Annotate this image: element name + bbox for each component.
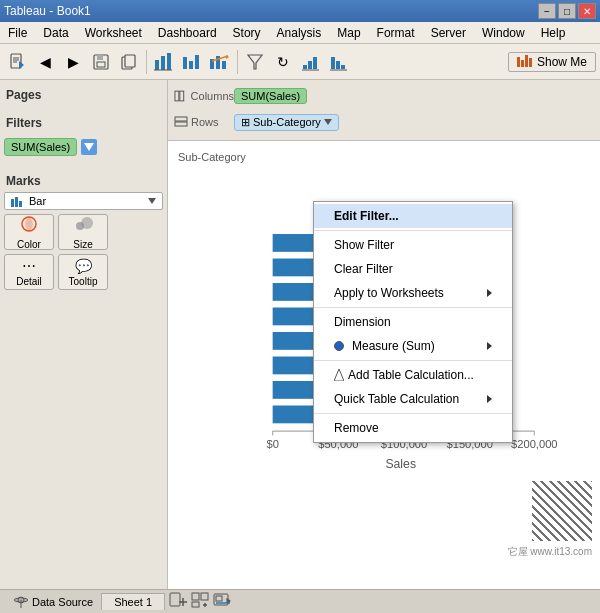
menu-format[interactable]: Format bbox=[369, 22, 423, 43]
svg-rect-32 bbox=[521, 60, 524, 67]
size-label: Size bbox=[73, 239, 92, 250]
measure-sum-item[interactable]: Measure (Sum) bbox=[314, 334, 512, 358]
detail-tooltip-row: ⋯ Detail 💬 Tooltip bbox=[4, 254, 163, 290]
svg-rect-46 bbox=[175, 122, 187, 126]
sort-desc-button[interactable] bbox=[326, 49, 352, 75]
svg-rect-31 bbox=[517, 57, 520, 67]
measure-sum-radio bbox=[334, 341, 344, 351]
menu-bar: File Data Worksheet Dashboard Story Anal… bbox=[0, 22, 600, 44]
columns-pill[interactable]: SUM(Sales) bbox=[234, 88, 307, 104]
ctx-sep-3 bbox=[314, 360, 512, 361]
marks-label: Marks bbox=[4, 170, 163, 190]
menu-worksheet[interactable]: Worksheet bbox=[77, 22, 150, 43]
marks-section: Marks Bar Color Size bbox=[4, 170, 163, 290]
menu-window[interactable]: Window bbox=[474, 22, 533, 43]
quick-table-calc-item[interactable]: Quick Table Calculation bbox=[314, 387, 512, 411]
size-button[interactable]: Size bbox=[58, 214, 108, 250]
svg-rect-29 bbox=[341, 65, 345, 69]
detail-button[interactable]: ⋯ Detail bbox=[4, 254, 54, 290]
refresh-button[interactable]: ↻ bbox=[270, 49, 296, 75]
svg-rect-76 bbox=[192, 593, 199, 600]
copy-button[interactable] bbox=[116, 49, 142, 75]
menu-analysis[interactable]: Analysis bbox=[269, 22, 330, 43]
svg-rect-33 bbox=[525, 55, 528, 67]
forward-button[interactable]: ▶ bbox=[60, 49, 86, 75]
marks-buttons: Color Size bbox=[4, 214, 163, 250]
delta-icon bbox=[334, 369, 344, 381]
marks-type-label: Bar bbox=[29, 195, 46, 207]
minimize-button[interactable]: − bbox=[538, 3, 556, 19]
close-button[interactable]: ✕ bbox=[578, 3, 596, 19]
menu-dashboard[interactable]: Dashboard bbox=[150, 22, 225, 43]
svg-rect-7 bbox=[97, 62, 105, 67]
show-me-label: Show Me bbox=[537, 55, 587, 69]
chart-type-button[interactable] bbox=[179, 49, 205, 75]
chart-area: Sub-Category bbox=[168, 141, 600, 589]
new-story-icon[interactable] bbox=[213, 592, 231, 611]
new-sheet-icon[interactable] bbox=[169, 592, 187, 611]
menu-file[interactable]: File bbox=[0, 22, 35, 43]
toolbar-sep1 bbox=[146, 50, 147, 74]
clear-filter-item[interactable]: Clear Filter bbox=[314, 257, 512, 281]
sheet-label: Sheet 1 bbox=[114, 596, 152, 608]
svg-point-42 bbox=[81, 217, 93, 229]
show-me-button[interactable]: Show Me bbox=[508, 52, 596, 72]
filter-dropdown-btn[interactable] bbox=[81, 139, 97, 155]
apply-to-worksheets-item[interactable]: Apply to Worksheets bbox=[314, 281, 512, 305]
menu-story[interactable]: Story bbox=[225, 22, 269, 43]
svg-marker-39 bbox=[148, 198, 156, 204]
rows-icon bbox=[174, 116, 188, 128]
svg-rect-37 bbox=[15, 197, 18, 207]
back-button[interactable]: ◀ bbox=[32, 49, 58, 75]
edit-filter-item[interactable]: Edit Filter... bbox=[314, 204, 512, 228]
filter-pill[interactable]: SUM(Sales) bbox=[4, 138, 77, 156]
new-button[interactable] bbox=[4, 49, 30, 75]
svg-rect-15 bbox=[189, 61, 193, 69]
menu-server[interactable]: Server bbox=[423, 22, 474, 43]
maximize-button[interactable]: □ bbox=[558, 3, 576, 19]
detail-label: Detail bbox=[16, 276, 42, 287]
tooltip-button[interactable]: 💬 Tooltip bbox=[58, 254, 108, 290]
svg-rect-9 bbox=[125, 55, 135, 67]
sidebar: Pages Filters SUM(Sales) Marks Bar Color bbox=[0, 80, 168, 589]
size-icon bbox=[73, 215, 93, 237]
save-button[interactable] bbox=[88, 49, 114, 75]
status-bar: Data Source Sheet 1 bbox=[0, 589, 600, 613]
svg-text:Sales: Sales bbox=[385, 457, 416, 471]
columns-icon bbox=[174, 90, 188, 102]
shelves-area: Columns SUM(Sales) Rows ⊞ Sub-Category bbox=[168, 80, 600, 141]
remove-item[interactable]: Remove bbox=[314, 416, 512, 440]
rows-pill[interactable]: ⊞ Sub-Category bbox=[234, 114, 339, 131]
svg-rect-34 bbox=[529, 58, 532, 67]
add-table-calc-item[interactable]: Add Table Calculation... bbox=[314, 363, 512, 387]
chart-combo-button[interactable] bbox=[207, 49, 233, 75]
new-dashboard-icon[interactable] bbox=[191, 592, 209, 611]
window-title: Tableau - Book1 bbox=[4, 4, 91, 18]
datasource-label: Data Source bbox=[32, 596, 93, 608]
datasource-icon bbox=[14, 596, 28, 608]
svg-marker-68 bbox=[334, 369, 344, 381]
color-label: Color bbox=[17, 239, 41, 250]
sheet-tab[interactable]: Sheet 1 bbox=[101, 593, 165, 610]
menu-data[interactable]: Data bbox=[35, 22, 76, 43]
toolbar: ◀ ▶ ↻ Show Me bbox=[0, 44, 600, 80]
menu-help[interactable]: Help bbox=[533, 22, 574, 43]
chart-bar-button[interactable] bbox=[151, 49, 177, 75]
svg-marker-47 bbox=[324, 119, 332, 125]
watermark-text: 它屋 www.it13.com bbox=[508, 545, 592, 559]
marks-type-selector[interactable]: Bar bbox=[4, 192, 163, 210]
datasource-tab[interactable]: Data Source bbox=[6, 594, 101, 610]
rows-pill-text: Sub-Category bbox=[253, 116, 321, 128]
show-filter-item[interactable]: Show Filter bbox=[314, 233, 512, 257]
svg-rect-44 bbox=[180, 91, 184, 101]
quick-calc-submenu-arrow bbox=[487, 395, 492, 403]
status-icons bbox=[169, 592, 231, 611]
dimension-item[interactable]: Dimension bbox=[314, 310, 512, 334]
menu-map[interactable]: Map bbox=[329, 22, 368, 43]
svg-rect-45 bbox=[175, 117, 187, 121]
color-button[interactable]: Color bbox=[4, 214, 54, 250]
sort-asc-button[interactable] bbox=[298, 49, 324, 75]
filter-button[interactable] bbox=[242, 49, 268, 75]
pages-label: Pages bbox=[4, 84, 163, 104]
filters-label: Filters bbox=[4, 112, 163, 132]
